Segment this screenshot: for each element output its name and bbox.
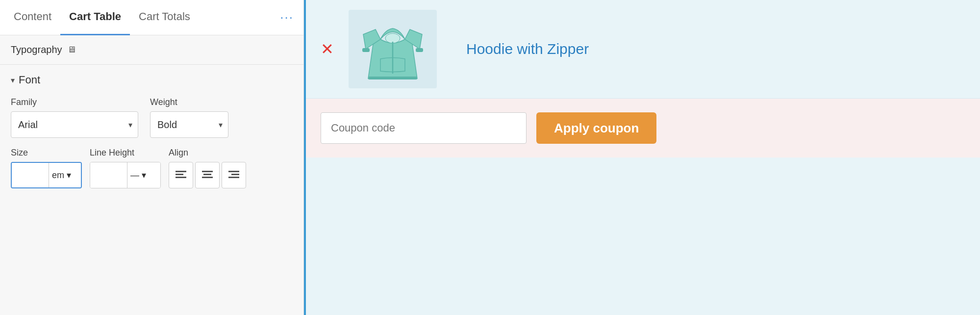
svg-rect-8 xyxy=(228,177,239,178)
coupon-input[interactable] xyxy=(321,112,527,144)
svg-rect-0 xyxy=(176,171,186,172)
family-field: Family Arial Helvetica Times New Roman G… xyxy=(11,97,138,138)
font-collapse-icon[interactable]: ▾ xyxy=(11,76,15,85)
left-panel: Content Cart Table Cart Totals ··· Typog… xyxy=(0,0,304,315)
line-height-input[interactable] xyxy=(90,162,127,188)
tab-content[interactable]: Content xyxy=(5,0,60,35)
size-input[interactable] xyxy=(12,163,49,187)
svg-rect-13 xyxy=(368,77,417,79)
line-height-field: Line Height — ▾ px em xyxy=(90,148,161,188)
coupon-row: Apply coupon xyxy=(306,99,980,158)
font-label: Font xyxy=(19,74,40,86)
svg-rect-3 xyxy=(202,171,213,172)
right-panel: ✕ xyxy=(304,0,980,315)
apply-coupon-button[interactable]: Apply coupon xyxy=(536,112,656,144)
cart-item-row: ✕ xyxy=(306,0,980,99)
align-field: Align xyxy=(169,148,246,188)
size-field: Size em ▾ px rem % xyxy=(11,148,82,188)
font-section: ▾ Font Family Arial Helvetica Times New … xyxy=(0,65,303,197)
size-unit-select[interactable]: em ▾ px rem % xyxy=(49,163,81,187)
typography-label: Typography xyxy=(11,44,62,55)
svg-rect-7 xyxy=(231,174,239,175)
family-label: Family xyxy=(11,97,138,107)
product-name: Hoodie with Zipper xyxy=(466,41,965,57)
align-buttons xyxy=(169,162,246,188)
align-label: Align xyxy=(169,148,246,158)
family-select[interactable]: Arial Helvetica Times New Roman Georgia xyxy=(11,111,138,138)
align-left-button[interactable] xyxy=(169,162,193,188)
typography-section: Typography 🖥 xyxy=(0,35,303,65)
svg-rect-12 xyxy=(416,48,423,52)
tabs-bar: Content Cart Table Cart Totals ··· xyxy=(0,0,303,35)
line-height-select[interactable]: — ▾ px em xyxy=(127,162,160,188)
size-input-group: em ▾ px rem % xyxy=(11,162,82,188)
svg-rect-4 xyxy=(203,174,211,175)
align-right-button[interactable] xyxy=(222,162,246,188)
product-image xyxy=(349,10,437,88)
cart-area: ✕ xyxy=(306,0,980,315)
svg-rect-1 xyxy=(176,174,183,175)
hoodie-illustration xyxy=(358,15,427,83)
weight-select[interactable]: Bold Normal Light 600 xyxy=(150,111,228,138)
line-height-label: Line Height xyxy=(90,148,161,158)
size-label: Size xyxy=(11,148,82,158)
more-tabs-button[interactable]: ··· xyxy=(275,5,299,30)
weight-label: Weight xyxy=(150,97,228,107)
tab-cart-totals[interactable]: Cart Totals xyxy=(130,0,199,35)
monitor-icon: 🖥 xyxy=(67,45,76,55)
weight-field: Weight Bold Normal Light 600 ▾ xyxy=(150,97,228,138)
align-center-button[interactable] xyxy=(195,162,220,188)
svg-rect-6 xyxy=(228,171,239,172)
tab-cart-table[interactable]: Cart Table xyxy=(60,0,130,35)
svg-rect-2 xyxy=(176,177,186,178)
line-height-input-group: — ▾ px em xyxy=(90,162,161,188)
svg-rect-5 xyxy=(202,177,213,178)
remove-item-button[interactable]: ✕ xyxy=(321,41,334,57)
svg-rect-11 xyxy=(362,48,370,52)
